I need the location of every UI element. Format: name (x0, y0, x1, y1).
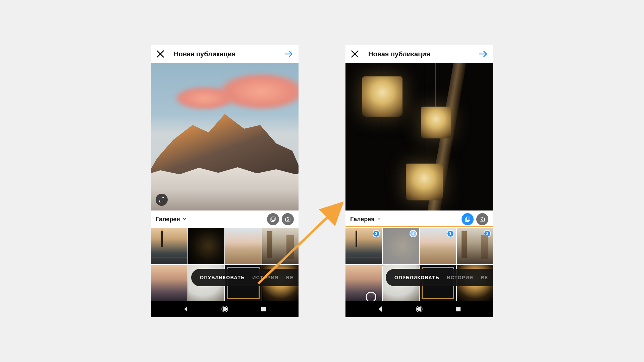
svg-rect-0 (272, 217, 275, 221)
tab-story[interactable]: ИСТОРИЯ (252, 275, 279, 280)
gallery-grid: ОПУБЛИКОВАТЬ ИСТОРИЯ RE (151, 228, 299, 301)
gallery-label: Галерея (156, 216, 180, 223)
chevron-down-icon (377, 216, 381, 223)
android-nav-bar (345, 301, 493, 317)
preview-image-mountain[interactable] (151, 63, 299, 210)
svg-rect-1 (271, 218, 274, 222)
gallery-thumb[interactable] (262, 228, 299, 264)
svg-rect-9 (465, 218, 469, 222)
selection-badge: 4 (410, 230, 417, 237)
svg-rect-10 (480, 218, 485, 221)
chevron-down-icon (182, 216, 187, 223)
phone-screenshot-right: Новая публикация Галерея (345, 45, 493, 317)
android-nav-bar (151, 301, 299, 317)
svg-rect-8 (466, 217, 470, 221)
next-arrow-icon[interactable] (283, 49, 294, 59)
svg-rect-2 (285, 218, 290, 221)
gallery-thumb-selected[interactable]: 4 (383, 228, 419, 264)
selection-badge: 3 (373, 230, 380, 237)
header-title: Новая публикация (360, 50, 478, 58)
multi-select-icon[interactable] (267, 213, 279, 225)
gallery-label: Галерея (350, 216, 375, 223)
phone-screenshot-left: Новая публикация Галерея (151, 45, 299, 317)
selection-badge: 2 (484, 230, 491, 237)
close-icon[interactable] (156, 49, 165, 59)
svg-point-5 (223, 307, 227, 311)
selection-indicator-empty (366, 292, 376, 301)
expand-crop-icon[interactable] (156, 194, 168, 206)
gallery-grid: 3 4 1 2 ОПУБЛИКОВАТЬ И (345, 228, 493, 301)
preview-image-lamps[interactable] (345, 63, 493, 210)
gallery-thumb[interactable] (151, 228, 187, 264)
tab-story[interactable]: ИСТОРИЯ (447, 275, 473, 280)
nav-back-icon[interactable] (376, 305, 384, 313)
svg-rect-14 (456, 307, 461, 311)
close-icon[interactable] (350, 49, 360, 59)
svg-point-11 (482, 219, 483, 221)
mode-tabs: ОПУБЛИКОВАТЬ ИСТОРИЯ RE (386, 269, 493, 286)
nav-home-icon[interactable] (221, 305, 229, 313)
header: Новая публикация (151, 45, 299, 63)
svg-point-3 (287, 219, 289, 221)
gallery-thumb[interactable] (345, 265, 382, 301)
gallery-picker[interactable]: Галерея (350, 216, 381, 223)
camera-icon[interactable] (476, 213, 488, 225)
header: Новая публикация (345, 45, 493, 63)
header-title: Новая публикация (165, 50, 283, 58)
nav-back-icon[interactable] (182, 305, 190, 313)
next-arrow-icon[interactable] (478, 49, 488, 59)
svg-point-13 (418, 307, 421, 311)
gallery-thumb[interactable] (225, 228, 262, 264)
gallery-thumb-selected[interactable]: 2 (457, 228, 493, 264)
gallery-thumb[interactable] (188, 228, 225, 264)
multi-select-icon[interactable] (462, 213, 474, 225)
tab-reels[interactable]: RE (481, 275, 488, 280)
tab-publish[interactable]: ОПУБЛИКОВАТЬ (200, 275, 245, 280)
selection-badge: 1 (447, 230, 454, 237)
camera-icon[interactable] (282, 213, 294, 225)
nav-recents-icon[interactable] (454, 305, 462, 313)
gallery-thumb-selected[interactable]: 3 (345, 228, 382, 264)
svg-rect-6 (261, 307, 266, 311)
nav-home-icon[interactable] (415, 305, 423, 313)
mode-tabs: ОПУБЛИКОВАТЬ ИСТОРИЯ RE (191, 269, 299, 286)
gallery-source-bar: Галерея (345, 210, 493, 228)
gallery-picker[interactable]: Галерея (156, 216, 187, 223)
gallery-source-bar: Галерея (151, 210, 299, 228)
nav-recents-icon[interactable] (260, 305, 268, 313)
gallery-thumb-selected[interactable]: 1 (420, 228, 456, 264)
gallery-thumb[interactable] (151, 265, 187, 301)
tab-publish[interactable]: ОПУБЛИКОВАТЬ (394, 275, 439, 280)
tab-reels[interactable]: RE (286, 275, 293, 280)
